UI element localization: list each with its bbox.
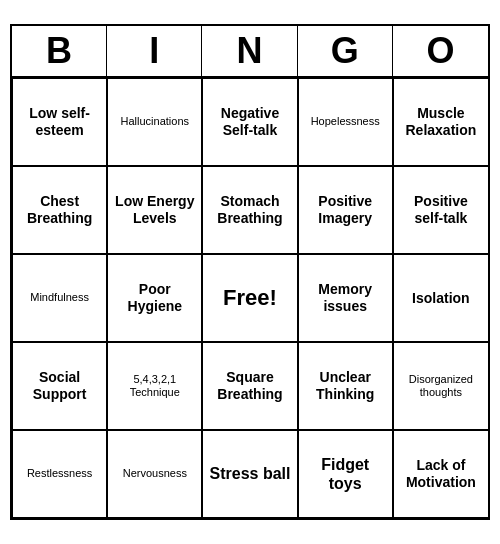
cell-text: Muscle Relaxation: [398, 105, 484, 139]
bingo-cell: Square Breathing: [202, 342, 297, 430]
bingo-cell: Disorganized thoughts: [393, 342, 488, 430]
bingo-cell: Lack of Motivation: [393, 430, 488, 518]
bingo-cell: Isolation: [393, 254, 488, 342]
cell-text: Free!: [223, 285, 277, 311]
bingo-cell: Hopelessness: [298, 78, 393, 166]
cell-text: 5,4,3,2,1 Technique: [112, 373, 197, 399]
bingo-cell: Mindfulness: [12, 254, 107, 342]
bingo-cell: Stress ball: [202, 430, 297, 518]
cell-text: Stress ball: [210, 464, 291, 483]
bingo-cell: Negative Self-talk: [202, 78, 297, 166]
header-letter: I: [107, 26, 202, 76]
cell-text: Poor Hygiene: [112, 281, 197, 315]
bingo-card: BINGO Low self-esteemHallucinationsNegat…: [10, 24, 490, 520]
bingo-cell: Social Support: [12, 342, 107, 430]
bingo-cell: Restlessness: [12, 430, 107, 518]
header-letter: O: [393, 26, 488, 76]
cell-text: Square Breathing: [207, 369, 292, 403]
cell-text: Chest Breathing: [17, 193, 102, 227]
bingo-cell: Positive self-talk: [393, 166, 488, 254]
bingo-header: BINGO: [12, 26, 488, 78]
bingo-cell: Stomach Breathing: [202, 166, 297, 254]
cell-text: Hopelessness: [311, 115, 380, 128]
bingo-cell: Unclear Thinking: [298, 342, 393, 430]
cell-text: Restlessness: [27, 467, 92, 480]
cell-text: Isolation: [412, 290, 470, 307]
cell-text: Negative Self-talk: [207, 105, 292, 139]
cell-text: Unclear Thinking: [303, 369, 388, 403]
bingo-cell: Nervousness: [107, 430, 202, 518]
header-letter: N: [202, 26, 297, 76]
cell-text: Positive Imagery: [303, 193, 388, 227]
bingo-cell: Chest Breathing: [12, 166, 107, 254]
cell-text: Stomach Breathing: [207, 193, 292, 227]
bingo-cell: Low Energy Levels: [107, 166, 202, 254]
cell-text: Lack of Motivation: [398, 457, 484, 491]
bingo-cell: Positive Imagery: [298, 166, 393, 254]
cell-text: Positive self-talk: [398, 193, 484, 227]
bingo-cell: Poor Hygiene: [107, 254, 202, 342]
bingo-cell: Low self-esteem: [12, 78, 107, 166]
cell-text: Memory issues: [303, 281, 388, 315]
bingo-cell: Memory issues: [298, 254, 393, 342]
cell-text: Low Energy Levels: [112, 193, 197, 227]
bingo-cell: Hallucinations: [107, 78, 202, 166]
cell-text: Disorganized thoughts: [398, 373, 484, 399]
header-letter: B: [12, 26, 107, 76]
cell-text: Social Support: [17, 369, 102, 403]
bingo-grid: Low self-esteemHallucinationsNegative Se…: [12, 78, 488, 518]
bingo-cell: Free!: [202, 254, 297, 342]
cell-text: Mindfulness: [30, 291, 89, 304]
bingo-cell: Muscle Relaxation: [393, 78, 488, 166]
cell-text: Hallucinations: [121, 115, 189, 128]
cell-text: Fidget toys: [303, 455, 388, 493]
cell-text: Nervousness: [123, 467, 187, 480]
bingo-cell: 5,4,3,2,1 Technique: [107, 342, 202, 430]
cell-text: Low self-esteem: [17, 105, 102, 139]
bingo-cell: Fidget toys: [298, 430, 393, 518]
header-letter: G: [298, 26, 393, 76]
